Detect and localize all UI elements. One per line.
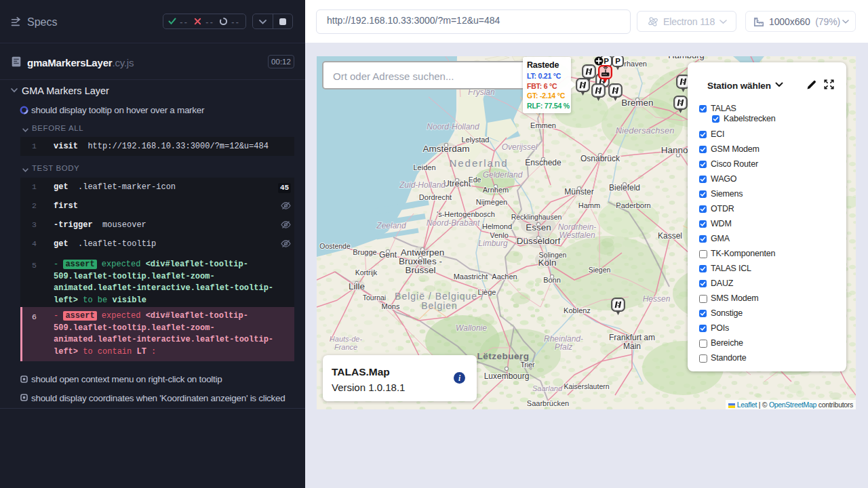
svg-text:'s-Hertogenbosch: 's-Hertogenbosch (437, 210, 495, 218)
svg-text:Frankfurt am: Frankfurt am (609, 333, 655, 342)
svg-text:Bremen: Bremen (621, 98, 653, 108)
svg-text:Westfalen: Westfalen (559, 230, 595, 240)
svg-text:Arnhem: Arnhem (483, 186, 509, 194)
svg-text:Recklinghausen: Recklinghausen (511, 213, 562, 221)
svg-text:P: P (615, 57, 620, 65)
svg-text:Trier: Trier (520, 361, 535, 369)
svg-text:Kassel: Kassel (658, 231, 682, 241)
svg-text:Noord-Brabant: Noord-Brabant (427, 218, 480, 228)
svg-text:Nijmegen: Nijmegen (476, 198, 507, 206)
svg-text:Limburg: Limburg (478, 239, 508, 248)
svg-text:Bonn: Bonn (543, 276, 561, 284)
svg-text:Ede: Ede (469, 176, 481, 184)
svg-text:Utrecht: Utrecht (443, 179, 471, 188)
svg-text:Mons: Mons (382, 302, 400, 310)
svg-text:Dordrecht: Dordrecht (419, 193, 452, 201)
svg-text:P: P (604, 57, 609, 65)
svg-text:Leiden: Leiden (413, 163, 435, 171)
svg-text:Lelystad: Lelystad (462, 136, 490, 144)
svg-text:Brugge: Brugge (353, 248, 376, 256)
svg-text:Maastricht: Maastricht (454, 272, 488, 281)
svg-text:Hamburg: Hamburg (668, 56, 704, 60)
svg-text:Nederland: Nederland (449, 157, 508, 169)
svg-text:Essen: Essen (526, 222, 551, 232)
svg-text:Bielefeld: Bielefeld (609, 183, 640, 192)
svg-text:Gent: Gent (379, 250, 397, 260)
svg-text:Aachen: Aachen (492, 272, 517, 281)
svg-text:Oostende: Oostende (319, 242, 351, 250)
svg-text:Lëtzebuerg: Lëtzebuerg (477, 351, 529, 361)
svg-text:Kaiserslautern: Kaiserslautern (564, 382, 609, 390)
svg-text:Lille: Lille (349, 281, 365, 291)
svg-text:Noord-Holland: Noord-Holland (427, 122, 479, 131)
svg-text:Enschede: Enschede (525, 158, 561, 167)
svg-text:Emmen: Emmen (530, 121, 556, 129)
svg-text:Luxembourg: Luxembourg (484, 371, 530, 381)
svg-text:Düsseldorf: Düsseldorf (517, 236, 561, 246)
svg-text:Amsterdam: Amsterdam (422, 144, 469, 154)
svg-text:Hauts-de-: Hauts-de- (330, 335, 363, 343)
svg-text:Overijssel: Overijssel (502, 142, 538, 152)
svg-text:Wallonie: Wallonie (456, 323, 487, 333)
svg-text:Koblenz: Koblenz (564, 306, 591, 314)
svg-text:Münster: Münster (564, 187, 593, 197)
svg-text:Helmond: Helmond (482, 222, 512, 230)
svg-text:Saarbrücken: Saarbrücken (527, 399, 569, 407)
svg-text:Pfalz: Pfalz (555, 342, 573, 352)
svg-text:Niedersachsen: Niedersachsen (616, 125, 675, 136)
svg-text:Saarland: Saarland (532, 384, 563, 392)
svg-text:Tournai: Tournai (363, 293, 386, 302)
svg-text:Köln: Köln (538, 258, 556, 268)
svg-text:Kortrijk: Kortrijk (355, 268, 378, 277)
svg-text:Osnabrück: Osnabrück (580, 154, 620, 163)
svg-text:Zuid-Holland: Zuid-Holland (399, 180, 446, 190)
svg-text:Main: Main (623, 342, 641, 351)
svg-text:Siegen: Siegen (589, 266, 611, 274)
svg-text:Belgien: Belgien (421, 300, 458, 311)
svg-text:Brussel: Brussel (405, 265, 435, 275)
svg-text:France: France (334, 343, 357, 351)
svg-text:erhaven: erhaven (620, 60, 647, 68)
svg-text:Hamm: Hamm (578, 201, 600, 209)
svg-text:Gelderland: Gelderland (483, 170, 523, 180)
svg-text:Hessen: Hessen (643, 294, 671, 304)
svg-text:Paderborn: Paderborn (616, 201, 650, 209)
svg-text:Zeeland: Zeeland (376, 221, 406, 230)
